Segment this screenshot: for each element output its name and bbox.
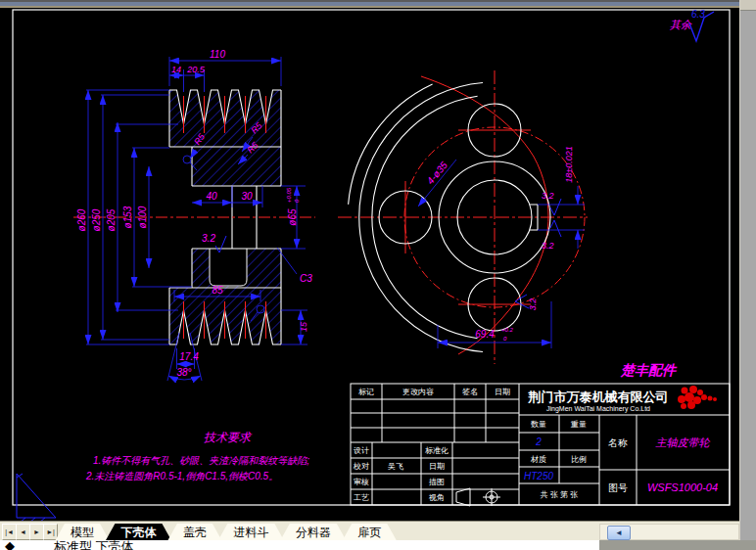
- dim-14: 14: [171, 65, 181, 74]
- sheet-tab-bar: |◄ ◄ ► ►| 模型 下壳体 盖壳 进料斗 分料器 扉页 ◄: [0, 521, 739, 541]
- tb-no-label: 图号: [608, 482, 628, 493]
- dim-20-5: 20.5: [186, 65, 206, 74]
- tab-cover-shell[interactable]: 盖壳: [167, 524, 222, 541]
- technical-requirements: 技术要求 1.铸件不得有气孔、砂眼、夹渣冷隔和裂纹等缺陷; 2.未注铸造圆角R0…: [85, 431, 309, 481]
- dim-c3: C3: [300, 273, 312, 284]
- tb-name-value: 主轴皮带轮: [656, 436, 711, 448]
- tb-standardization: 标准化: [425, 446, 449, 455]
- tb-audit: 审核: [354, 478, 369, 486]
- horizontal-scrollbar[interactable]: ◄: [599, 524, 739, 540]
- tab-feed-hopper[interactable]: 进料斗: [217, 524, 284, 541]
- dim-69-4: 69.4: [475, 329, 495, 340]
- vertical-scrollbar[interactable]: [739, 0, 756, 550]
- dim-110: 110: [210, 49, 225, 60]
- scroll-left-button[interactable]: ◄: [607, 526, 631, 540]
- status-text: 标准型 下壳体: [54, 540, 134, 550]
- title-block: 标记 更改内容 签名 日期 设计 标准化 校对 吴飞 日期 审核 描图 工艺 视…: [351, 384, 730, 506]
- dim-dia260: ø260: [76, 208, 87, 231]
- tb-date: 日期: [429, 462, 445, 471]
- status-icon: ◆: [5, 540, 15, 550]
- dim-dia250: ø250: [91, 208, 102, 231]
- surface-note-label: 其余: [670, 19, 692, 30]
- tb-material-value: HT250: [524, 471, 553, 481]
- tb-rev-date: 日期: [495, 388, 510, 396]
- tb-rev-mark: 标记: [358, 388, 374, 396]
- tb-weight-label: 重量: [570, 420, 587, 429]
- tab-nav-next-icon[interactable]: ►: [29, 524, 44, 540]
- dim-keyway-18: 18±0.021: [564, 146, 574, 182]
- company-name-en: JingMen WaiTai Machinery Co.Ltd: [546, 405, 650, 413]
- sheet-border: [13, 10, 730, 505]
- rough-3-2-hub: 3.2: [528, 298, 538, 311]
- tab-nav-prev-icon[interactable]: ◄: [16, 524, 30, 540]
- part-note: 楚丰配件: [620, 362, 678, 378]
- right-view-pulley-face: [338, 70, 588, 364]
- rough-3-2-bore: 3.2: [202, 233, 215, 244]
- dim-17-4: 17.4: [179, 351, 199, 362]
- dim-dia100: ø100: [137, 206, 148, 228]
- scrollbar-cap: [740, 0, 756, 11]
- tech-req-line1: 1.铸件不得有气孔、砂眼、夹渣冷隔和裂纹等缺陷;: [93, 455, 309, 466]
- tb-qty-value: 2: [535, 436, 542, 447]
- dim-30: 30: [241, 191, 253, 202]
- dim-15: 15: [299, 321, 308, 332]
- corner-triangle-mark: [17, 474, 56, 521]
- dim-dia205: ø205: [106, 208, 117, 231]
- drawing-canvas[interactable]: 110 14 20.5 ø260 ø250 ø205 ø153 ø100 40 …: [0, 8, 739, 521]
- tb-process: 工艺: [354, 493, 369, 502]
- tab-distributor[interactable]: 分料器: [280, 524, 347, 541]
- dim-38deg: 38°: [176, 367, 191, 378]
- tb-rev-sign: 签名: [462, 388, 478, 396]
- tb-check: 校对: [353, 462, 369, 471]
- status-line: ◆ 标准型 下壳体: [0, 540, 599, 550]
- tab-nav-first-icon[interactable]: |◄: [2, 524, 17, 540]
- tb-qty-label: 数量: [531, 420, 546, 429]
- dim-dia153: ø153: [122, 206, 133, 228]
- tb-no-value: WSFS1000-04: [647, 481, 718, 493]
- bottom-edge: [599, 540, 756, 550]
- sheet-tabs: 模型 下壳体 盖壳 进料斗 分料器 扉页: [55, 523, 397, 540]
- tb-scale-label: 比例: [571, 455, 587, 464]
- dim-85: 85: [212, 285, 223, 296]
- dim-dia65-tol-up: +0.05: [286, 187, 292, 203]
- tb-rev-content: 更改内容: [402, 388, 434, 396]
- dim-69-4-tol-up: +0.2: [501, 327, 514, 333]
- dim-40: 40: [206, 191, 217, 202]
- company-logo: [678, 386, 717, 409]
- tb-checker-name: 吴飞: [388, 462, 403, 471]
- tb-design: 设计: [354, 446, 369, 455]
- company-name-cn: 荆门市万泰机械有限公司: [528, 390, 669, 404]
- tb-sheet-note: 共 张 第 张: [541, 490, 579, 499]
- surface-roughness-note: 其余 6.3: [670, 9, 714, 41]
- cad-window: 110 14 20.5 ø260 ø250 ø205 ø153 ø100 40 …: [0, 0, 756, 550]
- tb-angle: 视角: [428, 493, 445, 502]
- dim-dia65: ø65: [287, 208, 298, 226]
- rough-3-2-key-top: 3.2: [542, 191, 554, 201]
- right-view-dimensions: 4-ø35 18±0.021 69.4 +0.2 0 3.2 3.2 3.2: [418, 146, 585, 348]
- tech-req-title: 技术要求: [204, 431, 253, 444]
- tech-req-line2: 2.未注铸造圆角R0.5-1,倒角C1.5,倒棱C0.5。: [85, 471, 278, 481]
- tb-material-label: 材质: [530, 455, 546, 464]
- tb-name-label: 名称: [608, 437, 628, 448]
- rough-3-2-key-bottom: 3.2: [542, 241, 554, 251]
- tb-trace: 描图: [429, 478, 445, 486]
- tab-lower-shell[interactable]: 下壳体: [105, 524, 171, 541]
- dim-69-4-tol-dn: 0: [503, 336, 507, 342]
- tab-model[interactable]: 模型: [55, 524, 110, 541]
- tab-title-page[interactable]: 扉页: [342, 524, 397, 541]
